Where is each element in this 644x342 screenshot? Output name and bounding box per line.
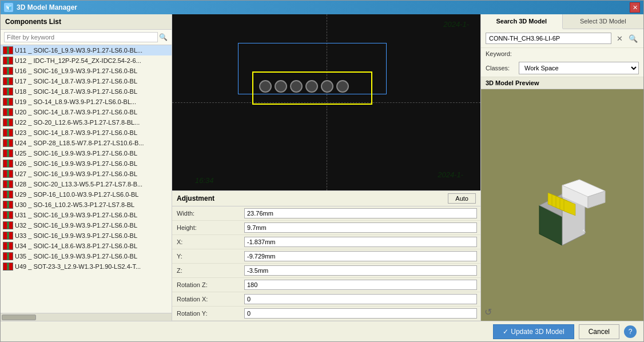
- list-item[interactable]: U24 _ SOP-28_L18.5-W7.8-P1.27-LS10.6-B..…: [1, 138, 172, 148]
- list-item[interactable]: U25 _ SOIC-16_L9.9-W3.9-P1.27-LS6.0-BL: [1, 148, 172, 158]
- search-icon[interactable]: 🔍: [158, 32, 168, 42]
- title-bar: 🧊 3D Model Manager ✕: [1, 1, 643, 14]
- adj-form: Width:Height:X:Y:Z:Rotation Z:Rotation X…: [172, 206, 480, 321]
- clear-icon[interactable]: ✕: [614, 33, 625, 44]
- components-list: U11 _ SOIC-16_L9.9-W3.9-P1.27-LS6.0-BL..…: [1, 45, 172, 313]
- component-icon: [3, 129, 13, 137]
- help-button[interactable]: ?: [624, 325, 637, 338]
- list-item[interactable]: U23 _ SOIC-14_L8.7-W3.9-P1.27-LS6.0-BL: [1, 128, 172, 138]
- update-label: Update 3D Model: [511, 328, 564, 336]
- adjustment-panel: Adjustment Auto Width:Height:X:Y:Z:Rotat…: [172, 190, 480, 321]
- list-item[interactable]: U16 _ SOIC-16_L9.9-W3.9-P1.27-LS6.0-BL: [1, 66, 172, 76]
- adj-value-x: [241, 235, 480, 249]
- classes-row: Classes: Work Space All Local: [481, 59, 643, 77]
- list-item[interactable]: U35 _ SOIC-16_L9.9-W3.9-P1.27-LS6.0-BL: [1, 251, 172, 261]
- adj-title: Adjustment: [177, 194, 214, 202]
- model-preview-section: 3D Model Preview: [481, 77, 643, 321]
- adj-input-rotation_y[interactable]: [244, 308, 477, 319]
- adj-input-rotation_x[interactable]: [244, 294, 477, 304]
- list-item[interactable]: U28 _ SOIC-20_L13.3-W5.5-P1.27-LS7.8-B..…: [1, 179, 172, 189]
- tab-search-3d-model[interactable]: Search 3D Model: [481, 14, 563, 29]
- update-3d-model-button[interactable]: ✓ Update 3D Model: [493, 324, 574, 339]
- item-label: U30 _ SO-16_L10.2-W5.3-P1.27-LS7.8-BL: [15, 201, 134, 208]
- adj-input-width[interactable]: [244, 208, 477, 218]
- adj-label-rotation_y: Rotation Y:: [172, 307, 241, 321]
- item-label: U11 _ SOIC-16_L9.9-W3.9-P1.27-LS6.0-BL..…: [15, 47, 142, 54]
- adj-label-rotation_x: Rotation X:: [172, 292, 241, 307]
- window-title: 3D Model Manager: [17, 3, 77, 11]
- checkmark-icon: ✓: [503, 328, 508, 336]
- list-item[interactable]: U34 _ SOIC-14_L8.6-W3.8-P1.27-LS6.0-BL: [1, 241, 172, 251]
- adj-input-height[interactable]: [244, 222, 477, 233]
- list-item[interactable]: U22 _ SO-20_L12.6-W5.3-P1.27-LS7.8-BL...: [1, 117, 172, 128]
- close-button[interactable]: ✕: [630, 2, 640, 13]
- pcb-canvas: 2024-1- 2024-1- 16:34: [172, 14, 480, 190]
- tabs-container: Search 3D Model Select 3D Model: [481, 14, 643, 29]
- component-icon: [3, 263, 13, 271]
- pcb-pins-row: [259, 80, 349, 93]
- list-item[interactable]: U31 _ SOIC-16_L9.9-W3.9-P1.27-LS6.0-BL: [1, 210, 172, 220]
- adj-value-rotation_z: [241, 278, 480, 292]
- pcb-watermark-3: 16:34: [195, 176, 214, 185]
- adj-input-rotation_z[interactable]: [244, 280, 477, 290]
- search-3d-icon[interactable]: 🔍: [627, 33, 639, 44]
- list-item[interactable]: U18 _ SOIC-14_L8.7-W3.9-P1.27-LS6.0-BL: [1, 86, 172, 97]
- list-item[interactable]: U17 _ SOIC-14_L8.7-W3.9-P1.27-LS6.0-BL: [1, 76, 172, 86]
- tab-select-3d-model[interactable]: Select 3D Model: [563, 14, 644, 29]
- component-icon: [3, 46, 13, 54]
- list-item[interactable]: U33 _ SOIC-16_L9.9-W3.9-P1.27-LS6.0-BL: [1, 230, 172, 241]
- component-icon: [3, 190, 13, 198]
- auto-button[interactable]: Auto: [448, 193, 476, 204]
- components-header: Components List: [1, 14, 172, 30]
- list-item[interactable]: U27 _ SOIC-16_L9.9-W3.9-P1.27-LS6.0-BL: [1, 169, 172, 179]
- list-item[interactable]: U12 _ IDC-TH_12P-P2.54_ZX-IDC2.54-2-6...: [1, 55, 172, 66]
- item-label: U18 _ SOIC-14_L8.7-W3.9-P1.27-LS6.0-BL: [15, 88, 137, 95]
- item-label: U49 _ SOT-23-3_L2.9-W1.3-P1.90-LS2.4-T..…: [15, 263, 141, 270]
- adj-input-z[interactable]: [244, 265, 477, 276]
- list-item[interactable]: U49 _ SOT-23-3_L2.9-W1.3-P1.90-LS2.4-T..…: [1, 261, 172, 272]
- adj-value-rotation_x: [241, 292, 480, 307]
- list-item[interactable]: U26 _ SOIC-16_L9.9-W3.9-P1.27-LS6.0-BL: [1, 158, 172, 169]
- component-icon: [3, 139, 13, 147]
- item-label: U20 _ SOIC-14_L8.7-W3.9-P1.27-LS6.0-BL: [15, 109, 137, 116]
- list-item[interactable]: U29 _ SOP-16_L10.0-W3.9-P1.27-LS6.0-BL: [1, 189, 172, 200]
- list-item[interactable]: U19 _ SO-14_L8.9-W3.9-P1.27-LS6.0-BL...: [1, 97, 172, 107]
- list-item[interactable]: U30 _ SO-16_L10.2-W5.3-P1.27-LS7.8-BL: [1, 200, 172, 210]
- adj-value-rotation_y: [241, 307, 480, 321]
- adj-label-z: Z:: [172, 264, 241, 278]
- component-icon: [3, 180, 13, 188]
- preview-header: 3D Model Preview: [481, 77, 643, 89]
- scroll-thumb[interactable]: [2, 315, 36, 320]
- pcb-pin: [336, 80, 349, 93]
- pcb-watermark-2: 2024-1-: [438, 170, 463, 179]
- right-panel: Search 3D Model Select 3D Model ✕ 🔍 Keyw…: [480, 14, 643, 321]
- adj-value-width: [241, 206, 480, 221]
- main-window: 🧊 3D Model Manager ✕ Components List 🔍 U…: [0, 0, 644, 342]
- list-item[interactable]: U32 _ SOIC-16_L9.9-W3.9-P1.27-LS6.0-BL: [1, 220, 172, 230]
- adj-input-x[interactable]: [244, 237, 477, 247]
- list-item[interactable]: U11 _ SOIC-16_L9.9-W3.9-P1.27-LS6.0-BL..…: [1, 45, 172, 55]
- item-label: U12 _ IDC-TH_12P-P2.54_ZX-IDC2.54-2-6...: [15, 57, 141, 64]
- adj-input-y[interactable]: [244, 251, 477, 261]
- refresh-icon[interactable]: ↺: [484, 307, 492, 317]
- pcb-pin: [275, 80, 287, 93]
- search-3d-input[interactable]: [486, 33, 611, 44]
- item-label: U25 _ SOIC-16_L9.9-W3.9-P1.27-LS6.0-BL: [15, 150, 137, 157]
- item-label: U23 _ SOIC-14_L8.7-W3.9-P1.27-LS6.0-BL: [15, 129, 137, 136]
- component-icon: [3, 77, 13, 85]
- item-label: U24 _ SOP-28_L18.5-W7.8-P1.27-LS10.6-B..…: [15, 140, 144, 146]
- pcb-pin: [305, 80, 318, 93]
- component-icon: [3, 67, 13, 75]
- adj-label-x: X:: [172, 235, 241, 249]
- horizontal-scrollbar[interactable]: [1, 313, 172, 321]
- adj-label-width: Width:: [172, 206, 241, 221]
- search-input[interactable]: [4, 32, 158, 42]
- adj-value-z: [241, 264, 480, 278]
- adj-value-y: [241, 249, 480, 264]
- classes-select[interactable]: Work Space All Local: [519, 62, 639, 74]
- cancel-button[interactable]: Cancel: [579, 324, 619, 339]
- item-label: U16 _ SOIC-16_L9.9-W3.9-P1.27-LS6.0-BL: [15, 67, 137, 74]
- classes-label: Classes:: [486, 65, 514, 71]
- list-item[interactable]: U20 _ SOIC-14_L8.7-W3.9-P1.27-LS6.0-BL: [1, 107, 172, 117]
- app-icon: 🧊: [4, 3, 13, 12]
